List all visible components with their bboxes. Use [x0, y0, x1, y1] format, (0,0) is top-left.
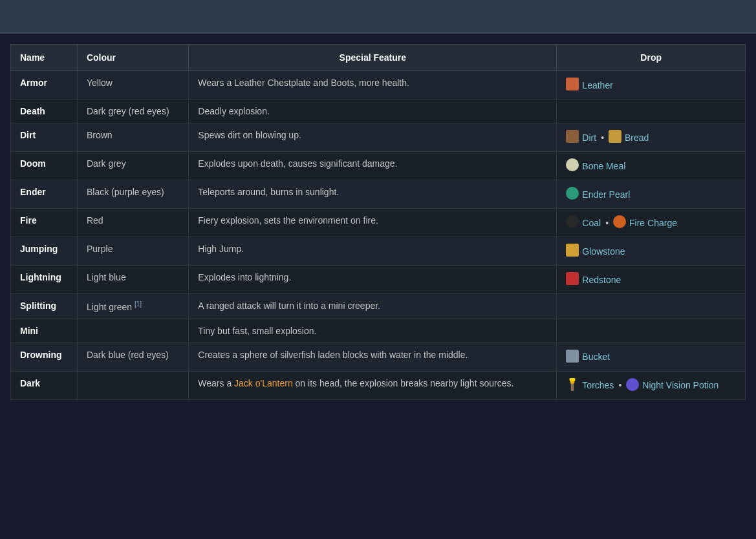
table-container: Name Colour Special Feature Drop ArmorYe… — [0, 34, 756, 410]
separator: • — [601, 132, 604, 143]
cell-name: Lightning — [11, 266, 78, 294]
drop-items: Glowstone — [566, 244, 736, 259]
svg-point-5 — [566, 215, 579, 228]
cell-colour: Black (purple eyes) — [77, 180, 188, 209]
drop-item: Fire Charge — [613, 215, 677, 230]
cell-feature: Tiny but fast, small explosion. — [189, 319, 557, 343]
potion-icon — [626, 378, 639, 393]
col-drop: Drop — [557, 45, 746, 71]
svg-point-3 — [566, 158, 579, 171]
cell-drop: Redstone — [557, 266, 746, 294]
drop-item: Coal — [566, 215, 601, 230]
drop-items: Dirt•Bread — [566, 130, 736, 145]
cell-feature: Wears a Jack o'Lantern on its head, the … — [189, 371, 557, 399]
separator: • — [618, 380, 621, 390]
table-row: DeathDark grey (red eyes)Deadly explosio… — [11, 100, 746, 123]
svg-rect-0 — [566, 78, 579, 90]
cell-name: Dark — [11, 371, 78, 399]
svg-rect-8 — [566, 272, 579, 285]
cell-feature: High Jump. — [189, 237, 557, 266]
drop-label: Redstone — [582, 275, 621, 285]
drop-items: Redstone — [566, 272, 736, 287]
cell-name: Jumping — [11, 237, 78, 266]
cell-drop: Bone Meal — [557, 152, 746, 180]
col-colour: Colour — [77, 45, 188, 71]
table-row: JumpingPurpleHigh Jump.Glowstone — [11, 237, 746, 266]
glowstone-icon — [566, 244, 579, 259]
cell-colour: Dark grey — [77, 152, 188, 180]
leather-icon — [566, 78, 579, 92]
colour-note: [1] — [135, 301, 142, 308]
cell-drop: Glowstone — [557, 237, 746, 266]
table-row: DirtBrownSpews dirt on blowing up.Dirt•B… — [11, 123, 746, 152]
drop-items: Leather — [566, 78, 736, 92]
jack-lantern-link[interactable]: Jack o'Lantern — [234, 378, 293, 388]
cell-feature: Wears a Leather Chestplate and Boots, mo… — [189, 71, 557, 100]
drop-item: Glowstone — [566, 244, 625, 259]
drop-item: Dirt — [566, 130, 596, 145]
cell-name: Splitting — [11, 294, 78, 319]
bread-icon — [609, 130, 621, 145]
drop-label: Coal — [582, 218, 601, 228]
drop-item: Bucket — [566, 350, 610, 365]
svg-rect-2 — [609, 130, 621, 143]
cell-drop: Leather — [557, 71, 746, 100]
separator: • — [605, 218, 609, 228]
cell-name: Death — [11, 100, 78, 123]
drop-item: Torches — [566, 378, 614, 393]
cell-drop: Torches•Night Vision Potion — [557, 371, 746, 399]
drop-item: Ender Pearl — [566, 187, 630, 202]
table-row: DrowningDark blue (red eyes)Creates a sp… — [11, 343, 746, 371]
drop-item: Bone Meal — [566, 158, 625, 173]
dirt-icon — [566, 130, 579, 145]
table-row: SplittingLight green [1]A ranged attack … — [11, 294, 746, 319]
drop-items: Torches•Night Vision Potion — [566, 378, 736, 393]
drop-label: Dirt — [582, 132, 596, 143]
cell-colour: Dark blue (red eyes) — [77, 343, 188, 371]
drop-label: Night Vision Potion — [642, 380, 718, 390]
table-row: ArmorYellowWears a Leather Chestplate an… — [11, 71, 746, 100]
table-row: EnderBlack (purple eyes)Teleports around… — [11, 180, 746, 209]
drop-label: Fire Charge — [629, 218, 677, 228]
page-header — [0, 0, 756, 34]
cell-feature: Spews dirt on blowing up. — [189, 123, 557, 152]
torch-icon — [566, 378, 579, 393]
bone-meal-icon — [566, 158, 579, 173]
drop-item: Night Vision Potion — [626, 378, 718, 393]
cell-feature: Deadly explosion. — [189, 100, 557, 123]
col-feature: Special Feature — [189, 45, 557, 71]
cell-colour — [77, 371, 188, 399]
drop-label: Leather — [582, 80, 612, 90]
cell-colour: Brown — [77, 123, 188, 152]
redstone-icon — [566, 272, 579, 287]
page-wrapper: Name Colour Special Feature Drop ArmorYe… — [0, 0, 756, 410]
cell-name: Mini — [11, 319, 78, 343]
table-row: FireRedFiery explosion, sets the environ… — [11, 209, 746, 237]
cell-name: Armor — [11, 71, 78, 100]
cell-colour: Red — [77, 209, 188, 237]
table-header-row: Name Colour Special Feature Drop — [11, 45, 746, 71]
svg-point-4 — [566, 187, 579, 200]
svg-rect-7 — [566, 244, 579, 257]
cell-feature: Explodes into lightning. — [189, 266, 557, 294]
cell-colour: Light green [1] — [77, 294, 188, 319]
table-row: MiniTiny but fast, small explosion. — [11, 319, 746, 343]
cell-feature: Teleports around, burns in sunlight. — [189, 180, 557, 209]
drop-items: Bone Meal — [566, 158, 736, 173]
cell-name: Doom — [11, 152, 78, 180]
creeper-table: Name Colour Special Feature Drop ArmorYe… — [10, 44, 746, 400]
table-row: LightningLight blueExplodes into lightni… — [11, 266, 746, 294]
cell-drop: Dirt•Bread — [557, 123, 746, 152]
drop-items: Coal•Fire Charge — [566, 215, 736, 230]
drop-label: Bucket — [582, 352, 610, 362]
svg-point-13 — [626, 378, 639, 391]
cell-name: Dirt — [11, 123, 78, 152]
cell-colour — [77, 319, 188, 343]
cell-drop: Ender Pearl — [557, 180, 746, 209]
drop-items: Ender Pearl — [566, 187, 736, 202]
bucket-icon — [566, 350, 579, 365]
cell-drop: Coal•Fire Charge — [557, 209, 746, 237]
drop-label: Bone Meal — [582, 161, 625, 171]
ender-pearl-icon — [566, 187, 579, 202]
cell-feature: Creates a sphere of silverfish laden blo… — [189, 343, 557, 371]
